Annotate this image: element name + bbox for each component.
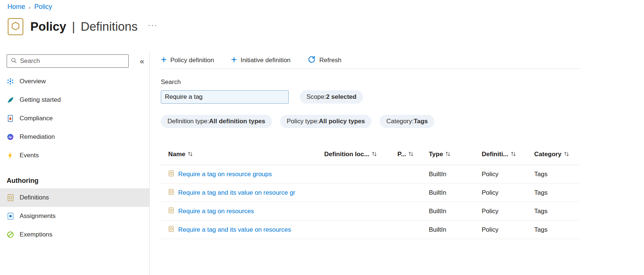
column-header-p[interactable]: P...	[397, 146, 429, 165]
policy-row-icon	[168, 207, 174, 215]
sidebar-item-definitions[interactable]: Definitions	[0, 188, 149, 207]
definition-search-input[interactable]	[161, 90, 289, 104]
initiative-definition-button[interactable]: + Initiative definition	[231, 57, 291, 64]
column-header-name[interactable]: Name	[161, 146, 324, 165]
sort-icon	[445, 151, 450, 158]
p-cell	[397, 202, 429, 221]
policy-row-icon	[168, 189, 174, 197]
type-cell: BuiltIn	[429, 221, 482, 239]
category-cell: Tags	[534, 184, 580, 202]
definition-location-cell	[324, 165, 397, 184]
sort-icon	[188, 151, 193, 158]
definitions-icon	[7, 194, 14, 201]
initiative-definition-label: Initiative definition	[241, 57, 291, 64]
remediation-icon	[7, 133, 14, 141]
filter-pill-scope[interactable]: Scope : 2 selected	[300, 90, 363, 104]
definition-type-cell: Policy	[482, 184, 534, 202]
sort-icon	[564, 151, 569, 158]
type-cell: BuiltIn	[429, 184, 482, 202]
sort-icon	[409, 151, 413, 158]
definition-location-cell	[324, 184, 397, 202]
column-header-type[interactable]: Type	[429, 146, 482, 165]
table-row[interactable]: Require a tag and its value on resources…	[161, 221, 580, 239]
filter-row-1: Scope : 2 selected	[161, 90, 580, 104]
policy-page-icon	[7, 18, 24, 36]
pill-label: Definition type	[167, 118, 207, 125]
column-label: Definition loc...	[324, 151, 369, 158]
p-cell	[397, 184, 429, 202]
main-content: + Policy definition + Initiative definit…	[161, 52, 580, 239]
sidebar-item-events[interactable]: Events	[0, 146, 149, 165]
definition-type-cell: Policy	[482, 202, 534, 221]
table-row[interactable]: Require a tag on resources BuiltIn Polic…	[161, 202, 580, 221]
assignments-icon	[7, 212, 14, 220]
page-title-separator: |	[70, 20, 77, 33]
column-label: P...	[397, 151, 406, 158]
pill-label: Scope	[306, 93, 324, 101]
sidebar-item-remediation[interactable]: Remediation	[0, 128, 149, 146]
filter-pill-definition-type[interactable]: Definition type : All definition types	[161, 115, 272, 128]
pill-value: All definition types	[209, 118, 265, 125]
definition-link[interactable]: Require a tag on resources	[178, 208, 254, 215]
overview-icon	[7, 78, 14, 85]
sidebar-item-label: Getting started	[20, 96, 61, 104]
compliance-icon	[7, 115, 14, 122]
category-cell: Tags	[534, 202, 580, 221]
category-cell: Tags	[534, 165, 580, 184]
breadcrumb-policy-link[interactable]: Policy	[34, 3, 52, 11]
getting-started-icon	[7, 96, 14, 104]
sidebar-item-label: Events	[20, 152, 39, 159]
sidebar-item-overview[interactable]: Overview	[0, 72, 149, 91]
definition-type-cell: Policy	[482, 165, 534, 184]
more-options-icon[interactable]: ···	[148, 21, 157, 29]
sidebar-item-label: Remediation	[20, 133, 55, 141]
policy-row-icon	[168, 226, 174, 234]
table-header-row: Name Definition loc... P... Type Definit…	[161, 146, 580, 165]
breadcrumb-home-link[interactable]: Home	[7, 3, 25, 11]
page-header: Policy | Definitions ···	[7, 18, 157, 36]
policy-definition-label: Policy definition	[170, 57, 214, 64]
breadcrumb: Home › Policy	[7, 3, 52, 11]
sidebar-item-label: Assignments	[20, 212, 55, 220]
sidebar-item-exemptions[interactable]: Exemptions	[0, 225, 149, 244]
definition-link[interactable]: Require a tag and its value on resource …	[178, 189, 295, 197]
column-header-definition-type[interactable]: Definiti...	[482, 146, 534, 165]
policy-row-icon	[168, 170, 174, 178]
pill-label: Policy type	[287, 118, 317, 125]
page-title: Policy | Definitions	[30, 20, 138, 34]
definition-location-cell	[324, 202, 397, 221]
sidebar-item-label: Compliance	[20, 115, 53, 122]
pill-value: 2 selected	[326, 93, 356, 101]
column-label: Name	[168, 151, 185, 158]
breadcrumb-chevron-icon: ›	[29, 4, 31, 10]
plus-icon: +	[161, 56, 167, 63]
p-cell	[397, 221, 429, 239]
sidebar-section-authoring: Authoring	[0, 173, 149, 188]
definition-link[interactable]: Require a tag on resource groups	[178, 171, 272, 178]
column-header-definition-location[interactable]: Definition loc...	[324, 146, 397, 165]
sidebar-item-assignments[interactable]: Assignments	[0, 207, 149, 225]
pill-value: Tags	[414, 118, 428, 125]
sort-icon	[372, 151, 377, 158]
filter-pill-category[interactable]: Category : Tags	[380, 115, 434, 128]
p-cell	[397, 165, 429, 184]
sidebar-search-row: «	[0, 54, 149, 68]
sidebar: « Overview Getting started	[0, 52, 150, 275]
table-row[interactable]: Require a tag on resource groups BuiltIn…	[161, 165, 580, 184]
table-row[interactable]: Require a tag and its value on resource …	[161, 184, 580, 202]
column-header-category[interactable]: Category	[534, 146, 580, 165]
definition-link[interactable]: Require a tag and its value on resources	[178, 226, 291, 234]
refresh-button[interactable]: Refresh	[308, 55, 342, 65]
category-cell: Tags	[534, 221, 580, 239]
exemptions-icon	[7, 231, 14, 238]
sidebar-search-input[interactable]	[20, 57, 125, 65]
collapse-sidebar-icon[interactable]: «	[140, 57, 144, 66]
policy-definition-button[interactable]: + Policy definition	[161, 57, 214, 64]
filter-pill-policy-type[interactable]: Policy type : All policy types	[280, 115, 372, 128]
sort-icon	[511, 151, 516, 158]
page-title-primary: Policy	[30, 20, 66, 33]
plus-icon: +	[231, 56, 237, 63]
command-bar: + Policy definition + Initiative definit…	[161, 52, 580, 69]
sidebar-item-getting-started[interactable]: Getting started	[0, 91, 149, 109]
sidebar-item-compliance[interactable]: Compliance	[0, 109, 149, 128]
